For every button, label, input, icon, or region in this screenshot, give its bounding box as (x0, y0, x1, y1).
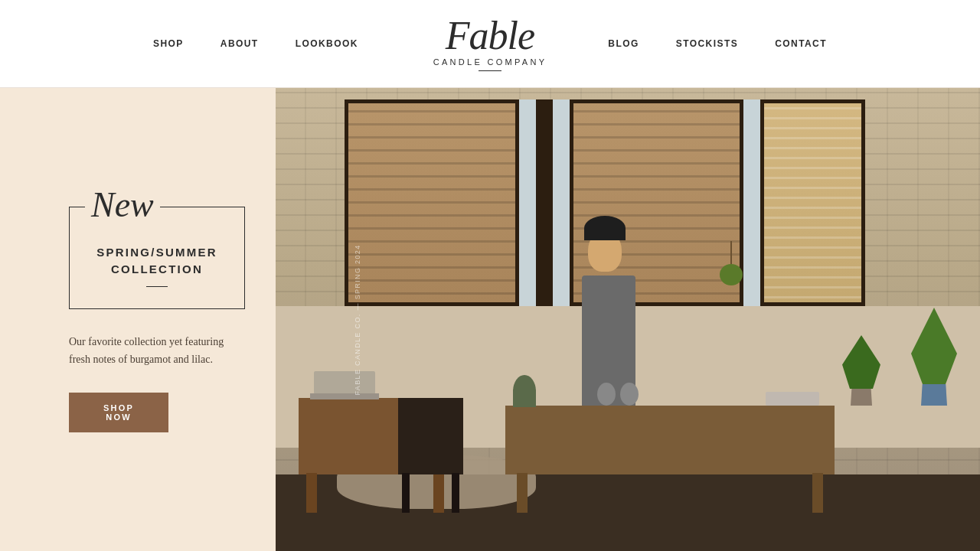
window-3 (760, 99, 865, 306)
chair-leg-left (402, 473, 410, 513)
nav-right: BLOG STOCKISTS CONTACT (608, 38, 827, 49)
credenza-leg-left (517, 473, 528, 513)
nav-about[interactable]: ABOUT (220, 38, 259, 49)
vertical-text: FABLE CANDLE CO. — SPRING 2024 (354, 244, 361, 395)
hero-section: New SPRING/SUMMER COLLECTION Our favorit… (0, 88, 980, 551)
site-header: SHOP ABOUT LOOKBOOK Fable CANDLE COMPANY… (0, 0, 980, 88)
plant-large (911, 308, 957, 406)
shop-now-button[interactable]: SHOP NOW (69, 393, 168, 432)
room-scene: FABLE CANDLE CO. — SPRING 2024 (276, 88, 980, 551)
desk-leg-left (306, 473, 317, 513)
credenza-leg-right (812, 473, 823, 513)
plant-small (513, 375, 536, 407)
nav-shop[interactable]: SHOP (153, 38, 184, 49)
plant-string (730, 241, 732, 264)
person-head (588, 230, 622, 272)
hanging-plant (720, 241, 743, 285)
stereo (766, 392, 819, 406)
logo-script-text: Fable (446, 16, 534, 56)
collection-box: New SPRING/SUMMER COLLECTION (69, 207, 245, 310)
chair (398, 398, 463, 474)
plant-large-leaves (911, 308, 957, 384)
new-label: New (85, 187, 160, 223)
hero-left-content: New SPRING/SUMMER COLLECTION Our favorit… (0, 88, 276, 551)
window-divider (536, 99, 553, 306)
collection-divider (146, 286, 168, 288)
speaker-2 (620, 383, 639, 406)
nav-contact[interactable]: CONTACT (775, 38, 827, 49)
person-hat (584, 216, 626, 240)
nav-left: SHOP ABOUT LOOKBOOK (153, 38, 358, 49)
plant-large-pot (921, 384, 947, 406)
site-logo[interactable]: Fable CANDLE COMPANY (433, 16, 547, 71)
chair-leg-right (452, 473, 459, 513)
hanging-plant-leaves (720, 264, 743, 285)
speaker-1 (597, 383, 616, 406)
plant-medium (842, 335, 880, 406)
logo-divider (479, 70, 501, 71)
plant-medium-pot (851, 389, 872, 406)
window-frame-3 (760, 99, 865, 306)
credenza (505, 406, 835, 474)
nav-blog[interactable]: BLOG (608, 38, 639, 49)
plant-medium-leaves (842, 335, 880, 389)
collection-title: SPRING/SUMMER COLLECTION (94, 244, 220, 279)
hero-description: Our favorite collection yet featuring fr… (69, 334, 230, 368)
window-frame-1 (345, 99, 519, 306)
window-1 (345, 99, 519, 306)
laptop-screen (314, 371, 375, 394)
hero-image: FABLE CANDLE CO. — SPRING 2024 (276, 88, 980, 551)
laptop-base (310, 393, 379, 399)
logo-subtitle-text: CANDLE COMPANY (433, 57, 547, 67)
desk-leg-right (433, 473, 444, 513)
nav-stockists[interactable]: STOCKISTS (676, 38, 738, 49)
nav-lookbook[interactable]: LOOKBOOK (296, 38, 358, 49)
